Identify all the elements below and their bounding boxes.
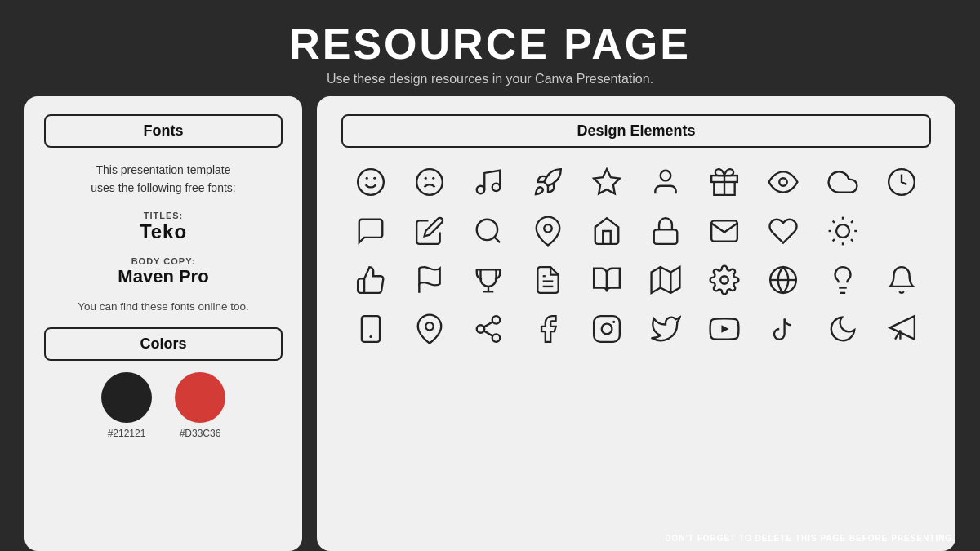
colors-section: Colors #212121 #D33C36 — [44, 327, 283, 439]
svg-point-12 — [780, 178, 788, 186]
tiktok-icon — [762, 308, 804, 350]
gear-icon — [703, 259, 746, 301]
svg-point-9 — [661, 171, 671, 181]
lock-icon — [644, 210, 687, 252]
body-font-name: Maven Pro — [44, 266, 283, 287]
pin-icon — [527, 210, 569, 252]
svg-marker-31 — [652, 267, 680, 293]
colors-section-header: Colors — [44, 327, 283, 361]
share-icon — [467, 308, 510, 350]
svg-line-22 — [851, 239, 853, 241]
youtube-icon — [703, 308, 746, 350]
book-icon — [586, 259, 628, 301]
svg-rect-47 — [594, 316, 620, 342]
bell-icon — [880, 259, 923, 301]
facebook-icon — [527, 308, 569, 350]
svg-point-42 — [492, 316, 501, 324]
smiley-icon — [350, 161, 392, 203]
sad-icon — [408, 161, 451, 203]
chat-icon — [350, 210, 392, 252]
cloud-icon — [822, 161, 864, 203]
svg-point-18 — [836, 224, 849, 238]
lightbulb-icon — [822, 259, 864, 301]
fonts-description: This presentation template uses the foll… — [44, 161, 283, 198]
color-label-red: #D33C36 — [180, 428, 221, 439]
home-icon — [586, 210, 628, 252]
page-subtitle: Use these design resources in your Canva… — [289, 72, 691, 87]
svg-point-0 — [358, 169, 384, 195]
gift-icon — [703, 161, 746, 203]
user-icon — [644, 161, 687, 203]
color-swatch-dark: #212121 — [101, 372, 152, 439]
svg-rect-39 — [362, 316, 380, 342]
icons-row-2 — [341, 210, 931, 252]
twitter-icon — [644, 308, 687, 350]
icons-grid — [341, 161, 931, 533]
svg-point-3 — [416, 169, 443, 195]
svg-line-26 — [851, 221, 853, 223]
color-circle-dark — [101, 372, 152, 423]
svg-point-14 — [477, 220, 497, 240]
document-icon — [527, 259, 569, 301]
footer-note: DON'T FORGET TO DELETE THIS PAGE BEFORE … — [665, 534, 956, 543]
rocket-icon — [527, 161, 569, 203]
right-panel: Design Elements — [317, 96, 956, 551]
trophy-icon — [467, 259, 510, 301]
title-font-label: TITLES: — [44, 211, 283, 220]
mail-icon — [703, 210, 746, 252]
moon-icon — [822, 308, 864, 350]
location-icon — [408, 308, 451, 350]
svg-rect-17 — [654, 229, 678, 243]
svg-point-44 — [492, 334, 501, 342]
sun-icon — [822, 210, 864, 252]
fonts-section-header: Fonts — [44, 114, 283, 148]
design-elements-header: Design Elements — [341, 114, 931, 148]
instagram-icon — [586, 308, 628, 350]
page-title: RESOURCE PAGE — [289, 23, 691, 65]
svg-line-45 — [484, 331, 493, 335]
svg-line-21 — [832, 221, 834, 223]
icons-row-3 — [341, 259, 931, 301]
body-font-label: BODY COPY: — [44, 256, 283, 266]
color-circle-red — [175, 372, 225, 423]
thumbs-up-icon — [350, 259, 392, 301]
search-icon — [467, 210, 510, 252]
svg-line-15 — [495, 237, 501, 242]
svg-point-16 — [544, 224, 552, 233]
map-icon — [644, 259, 687, 301]
title-font-name: Teko — [44, 220, 283, 243]
title-font-entry: TITLES: Teko — [44, 211, 283, 243]
svg-line-46 — [484, 322, 493, 327]
star-icon — [586, 161, 628, 203]
pencil-icon — [408, 210, 451, 252]
svg-line-25 — [832, 239, 834, 241]
svg-point-7 — [492, 184, 501, 192]
svg-marker-8 — [594, 169, 620, 193]
body-font-entry: BODY COPY: Maven Pro — [44, 256, 283, 287]
main-content: Fonts This presentation template uses th… — [0, 96, 980, 551]
svg-marker-49 — [722, 325, 729, 333]
color-label-dark: #212121 — [108, 428, 146, 439]
color-swatch-red: #D33C36 — [175, 372, 225, 439]
megaphone-icon — [880, 308, 923, 350]
svg-point-43 — [477, 325, 485, 333]
icons-row-4 — [341, 308, 931, 350]
flag-icon — [408, 259, 451, 301]
find-fonts-text: You can find these fonts online too. — [44, 300, 283, 313]
music-icon — [467, 161, 510, 203]
svg-point-41 — [426, 322, 434, 331]
mobile-icon — [350, 308, 392, 350]
color-swatches: #212121 #D33C36 — [44, 372, 283, 439]
svg-point-6 — [477, 186, 485, 194]
svg-point-34 — [720, 276, 728, 284]
globe-icon — [762, 259, 804, 301]
eye-icon — [762, 161, 804, 203]
heart-icon — [762, 210, 804, 252]
page-header: RESOURCE PAGE Use these design resources… — [289, 0, 691, 96]
icons-row-1 — [341, 161, 931, 203]
left-panel: Fonts This presentation template uses th… — [24, 96, 302, 551]
clock-icon — [880, 161, 923, 203]
